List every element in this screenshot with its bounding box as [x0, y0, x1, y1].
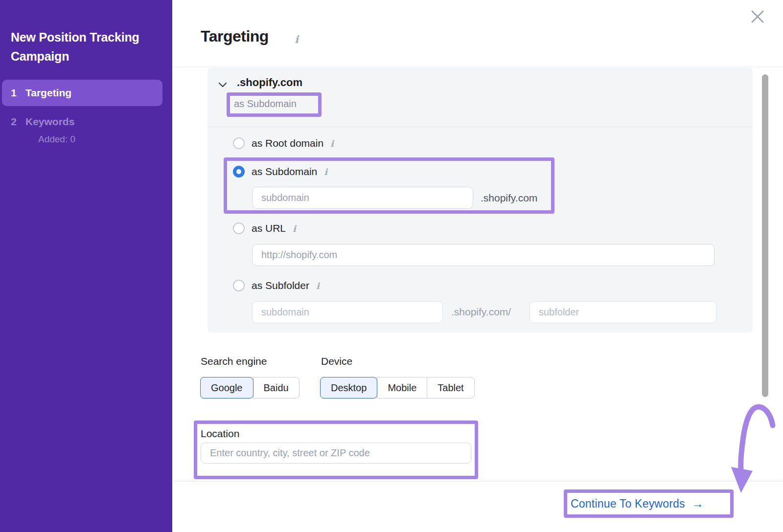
- search-engine-label: Search engine: [201, 355, 267, 367]
- collapse-domain-button[interactable]: [218, 81, 227, 89]
- info-icon[interactable]: i: [316, 281, 320, 291]
- radio-label: as URL: [252, 222, 286, 234]
- search-engine-toggle: Google Baidu: [200, 377, 299, 399]
- device-mobile-button[interactable]: Mobile: [377, 377, 427, 399]
- wizard-sidebar: New Position Tracking Campaign 1 Targeti…: [0, 0, 172, 532]
- radio-url[interactable]: as URL i: [233, 222, 296, 234]
- device-desktop-button[interactable]: Desktop: [320, 377, 377, 399]
- radio-subdomain[interactable]: as Subdomain i: [233, 166, 327, 177]
- device-tablet-button[interactable]: Tablet: [427, 377, 474, 399]
- subdomain-suffix: .shopify.com: [481, 192, 537, 204]
- step-number: 2: [2, 116, 25, 128]
- continue-to-keywords-button[interactable]: Continue To Keywords →: [571, 497, 704, 510]
- info-icon[interactable]: i: [293, 223, 296, 234]
- info-icon[interactable]: i: [295, 33, 299, 45]
- radio-label: as Subdomain: [252, 166, 317, 177]
- subfolder-input[interactable]: [530, 301, 716, 323]
- subfolder-mid-text: .shopify.com/: [451, 306, 511, 318]
- scrollbar-thumb[interactable]: [762, 74, 768, 397]
- radio-label: as Subfolder: [252, 280, 309, 291]
- subdomain-input[interactable]: [252, 187, 473, 209]
- new-position-tracking-modal: New Position Tracking Campaign 1 Targeti…: [0, 0, 783, 532]
- domain-scope-summary: as Subdomain: [234, 98, 297, 110]
- radio-circle[interactable]: [233, 222, 245, 234]
- subfolder-subdomain-input[interactable]: [252, 301, 443, 323]
- radio-root-domain[interactable]: as Root domain i: [233, 137, 334, 149]
- step-label: Keywords: [25, 116, 74, 128]
- sidebar-step-targeting[interactable]: 1 Targeting: [2, 80, 162, 106]
- domain-name: .shopify.com: [237, 76, 302, 89]
- keywords-added-count: Added: 0: [38, 134, 75, 145]
- radio-circle[interactable]: [233, 137, 245, 149]
- info-icon[interactable]: i: [324, 167, 327, 177]
- page-title: Targeting: [201, 27, 269, 45]
- continue-label: Continue To Keywords: [571, 497, 685, 510]
- location-label: Location: [201, 428, 239, 440]
- wizard-title: New Position Tracking Campaign: [11, 28, 162, 66]
- panel-divider: [207, 127, 753, 127]
- radio-circle[interactable]: [233, 280, 245, 291]
- location-input[interactable]: [201, 443, 471, 464]
- device-label: Device: [321, 355, 352, 367]
- sidebar-step-keywords[interactable]: 2 Keywords: [2, 111, 162, 133]
- modal-header: Targeting i: [172, 0, 783, 67]
- radio-circle-selected[interactable]: [233, 166, 245, 177]
- radio-subfolder[interactable]: as Subfolder i: [233, 280, 320, 291]
- search-engine-google-button[interactable]: Google: [200, 377, 253, 399]
- close-button[interactable]: [747, 6, 768, 27]
- chevron-down-icon: [218, 82, 227, 88]
- search-engine-baidu-button[interactable]: Baidu: [253, 377, 299, 399]
- close-icon: [750, 9, 765, 24]
- arrow-right-icon: →: [692, 497, 704, 510]
- radio-label: as Root domain: [252, 137, 323, 149]
- url-input[interactable]: [252, 244, 714, 266]
- step-number: 1: [2, 87, 25, 99]
- info-icon[interactable]: i: [330, 138, 334, 149]
- step-label: Targeting: [25, 87, 71, 99]
- device-toggle: Desktop Mobile Tablet: [320, 377, 475, 399]
